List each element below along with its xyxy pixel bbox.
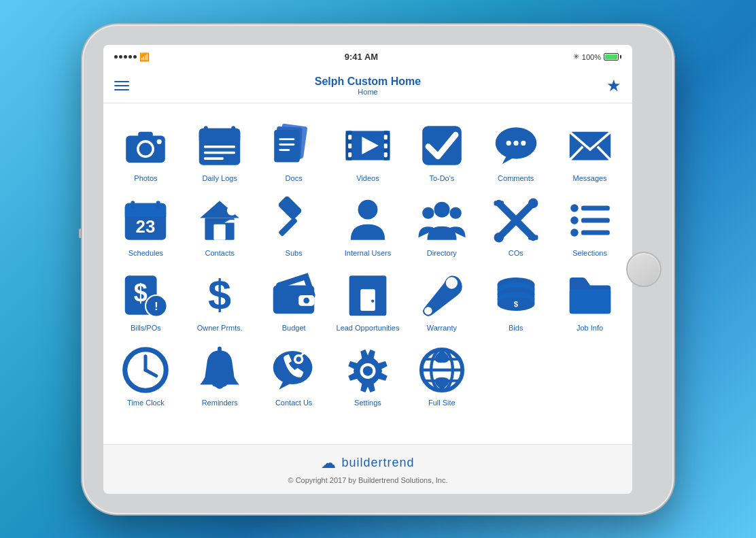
icon-cell-time-clock[interactable]: Time Clock — [109, 339, 183, 414]
svg-rect-9 — [232, 126, 236, 134]
subs-label: Subs — [286, 249, 303, 257]
bills-pos-label: Bills/POs — [131, 324, 161, 332]
settings-icon — [343, 346, 392, 394]
svg-point-4 — [157, 139, 162, 144]
icon-cell-todos[interactable]: To-Do's — [405, 114, 479, 189]
bills-pos-icon: $ ! — [121, 271, 170, 320]
svg-point-64 — [570, 229, 579, 237]
svg-point-51 — [434, 201, 449, 217]
svg-point-62 — [570, 216, 579, 224]
status-bar: 📶 9:41 AM ✳ 100% — [103, 45, 632, 69]
svg-rect-61 — [581, 205, 610, 210]
svg-rect-41 — [131, 201, 135, 209]
wifi-icon: 📶 — [139, 52, 150, 62]
svg-point-33 — [513, 140, 518, 145]
svg-rect-17 — [279, 144, 295, 146]
icon-cell-settings[interactable]: Settings — [331, 339, 405, 414]
nav-title: Selph Custom Home Home — [129, 75, 606, 96]
videos-label: Videos — [356, 174, 379, 182]
svg-point-101 — [363, 366, 373, 375]
icon-cell-comments[interactable]: Comments — [479, 114, 553, 189]
todos-label: To-Do's — [429, 174, 454, 182]
svg-rect-15 — [274, 129, 299, 162]
svg-rect-12 — [204, 157, 224, 160]
battery-percent: 100% — [582, 53, 601, 61]
icon-cell-contact-us[interactable]: Contact Us — [257, 339, 331, 414]
bluetooth-icon: ✳ — [573, 52, 579, 61]
brand-name: buildertrend — [341, 456, 414, 470]
svg-rect-59 — [528, 235, 538, 239]
svg-point-53 — [449, 207, 461, 218]
icon-cell-daily-logs[interactable]: Daily Logs — [183, 114, 257, 189]
svg-rect-7 — [199, 135, 240, 140]
owner-prmts-icon: $ — [195, 271, 244, 320]
icon-cell-contacts[interactable]: Contacts — [183, 189, 257, 264]
lead-opportunities-icon — [343, 271, 392, 320]
svg-rect-3 — [139, 131, 154, 138]
icon-cell-bills-pos[interactable]: $ ! Bills/POs — [109, 264, 183, 339]
star-icon[interactable]: ★ — [606, 76, 621, 95]
icon-cell-internal-users[interactable]: Internal Users — [331, 189, 405, 264]
svg-point-57 — [528, 198, 538, 207]
icon-cell-photos[interactable]: Photos — [109, 114, 183, 189]
icon-cell-subs[interactable]: Subs — [257, 189, 331, 264]
selections-icon — [566, 196, 615, 245]
icon-cell-bids[interactable]: $ Bids — [479, 264, 553, 339]
svg-rect-11 — [204, 151, 235, 154]
icon-cell-videos[interactable]: Videos — [331, 114, 405, 189]
icon-grid: Photos Daily Logs Docs — [103, 103, 632, 424]
lead-opportunities-label: Lead Opportunities — [337, 324, 400, 332]
directory-icon — [417, 196, 466, 245]
nav-bar: Selph Custom Home Home ★ — [103, 69, 632, 103]
icon-cell-budget[interactable]: Budget — [257, 264, 331, 339]
svg-rect-40 — [125, 213, 166, 217]
comments-icon — [492, 121, 540, 170]
footer-brand: ☁ buildertrend — [321, 454, 414, 472]
icon-cell-cos[interactable]: COs — [479, 189, 553, 264]
volume-button — [79, 229, 82, 238]
icon-cell-docs[interactable]: Docs — [257, 114, 331, 189]
home-button[interactable] — [626, 252, 662, 287]
cos-icon — [492, 196, 540, 245]
svg-point-78 — [424, 307, 432, 315]
icon-cell-owner-prmts[interactable]: $ Owner Prmts. — [183, 264, 257, 339]
icon-cell-selections[interactable]: Selections — [553, 189, 627, 264]
job-info-icon — [566, 271, 615, 320]
icon-cell-job-info[interactable]: Job Info — [553, 264, 627, 339]
photos-label: Photos — [134, 174, 157, 182]
selections-label: Selections — [572, 249, 607, 257]
icon-cell-directory[interactable]: Directory — [405, 189, 479, 264]
hamburger-menu[interactable] — [114, 81, 129, 90]
svg-rect-65 — [581, 230, 610, 235]
icon-cell-schedules[interactable]: 23 Schedules — [109, 189, 183, 264]
svg-rect-42 — [156, 201, 160, 209]
signal-dots — [114, 55, 137, 58]
docs-icon — [269, 121, 318, 170]
svg-rect-18 — [279, 149, 290, 151]
schedules-icon: 23 — [121, 196, 170, 245]
bids-label: Bids — [509, 324, 523, 332]
docs-label: Docs — [286, 174, 303, 182]
svg-rect-46 — [214, 224, 226, 239]
svg-point-47 — [227, 205, 237, 215]
contacts-icon — [195, 196, 244, 245]
ipad-screen: 📶 9:41 AM ✳ 100% Selph Custom Home H — [103, 45, 632, 494]
svg-rect-16 — [279, 138, 295, 140]
comments-label: Comments — [498, 174, 534, 182]
icon-cell-full-site[interactable]: Full Site — [405, 339, 479, 414]
icon-cell-reminders[interactable]: Reminders — [183, 339, 257, 414]
svg-point-52 — [422, 207, 434, 218]
daily-logs-label: Daily Logs — [203, 174, 237, 182]
schedules-label: Schedules — [128, 249, 163, 257]
svg-rect-48 — [278, 216, 298, 236]
nav-subtitle: Home — [129, 88, 606, 96]
svg-rect-58 — [494, 201, 503, 205]
ipad-frame: 📶 9:41 AM ✳ 100% Selph Custom Home H — [82, 24, 674, 514]
icon-cell-lead-opportunities[interactable]: Lead Opportunities — [331, 264, 405, 339]
svg-point-73 — [304, 297, 310, 303]
svg-point-56 — [494, 233, 503, 242]
icon-cell-messages[interactable]: Messages — [553, 114, 627, 189]
icon-cell-warranty[interactable]: Warranty — [405, 264, 479, 339]
full-site-icon — [417, 346, 466, 394]
bids-icon: $ — [492, 271, 540, 320]
